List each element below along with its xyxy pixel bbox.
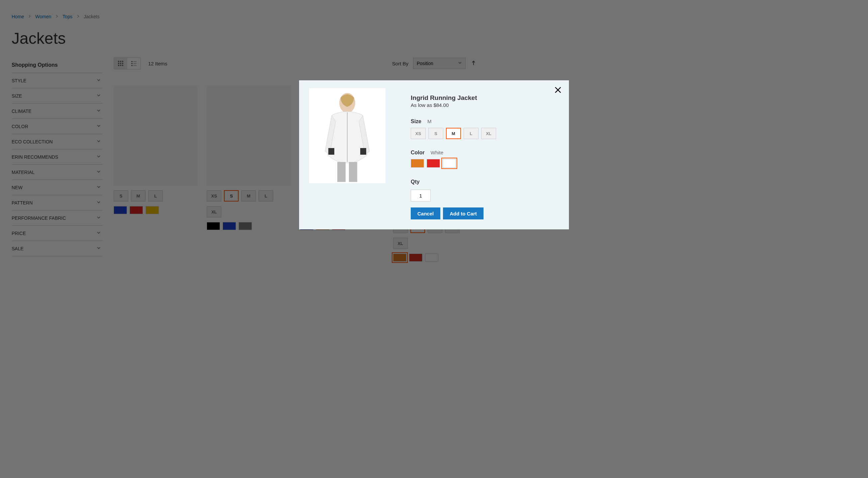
svg-rect-28 bbox=[360, 148, 366, 155]
color-swatch-white[interactable] bbox=[443, 159, 456, 168]
color-label: Color bbox=[411, 150, 425, 156]
size-swatch-s[interactable]: S bbox=[428, 128, 443, 139]
size-swatch-xl[interactable]: XL bbox=[481, 128, 496, 139]
size-swatch-m[interactable]: M bbox=[446, 128, 461, 139]
size-selected-value: M bbox=[427, 118, 432, 124]
svg-rect-26 bbox=[349, 162, 357, 182]
product-image bbox=[309, 88, 385, 183]
qty-label: Qty bbox=[411, 179, 559, 185]
qty-input[interactable] bbox=[411, 190, 431, 202]
color-swatch-red[interactable] bbox=[427, 159, 440, 168]
jacket-illustration bbox=[309, 88, 385, 183]
size-label: Size bbox=[411, 118, 422, 125]
modal-product-title: Ingrid Running Jacket bbox=[411, 94, 559, 102]
size-swatch-xs[interactable]: XS bbox=[411, 128, 426, 139]
modal-price: As low as $84.00 bbox=[411, 102, 559, 108]
cancel-button[interactable]: Cancel bbox=[411, 207, 440, 219]
modal-overlay[interactable]: Ingrid Running Jacket As low as $84.00 S… bbox=[0, 0, 868, 478]
close-icon bbox=[553, 85, 563, 95]
close-button[interactable] bbox=[553, 85, 563, 95]
svg-rect-25 bbox=[337, 162, 346, 182]
quick-view-modal: Ingrid Running Jacket As low as $84.00 S… bbox=[299, 80, 569, 229]
svg-rect-27 bbox=[328, 148, 334, 155]
color-swatch-orange[interactable] bbox=[411, 159, 424, 168]
add-to-cart-button[interactable]: Add to Cart bbox=[443, 207, 484, 219]
size-swatch-l[interactable]: L bbox=[464, 128, 478, 139]
color-selected-value: White bbox=[431, 150, 443, 156]
